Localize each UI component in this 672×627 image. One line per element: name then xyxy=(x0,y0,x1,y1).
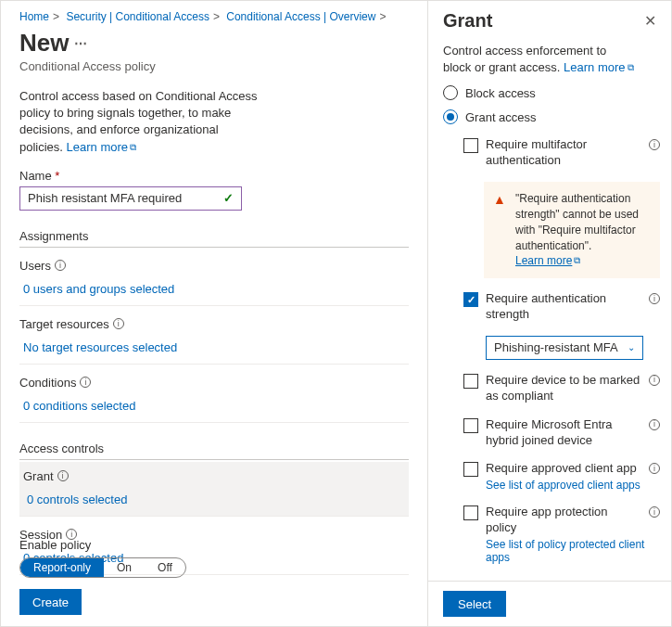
checkbox-require-app-protection[interactable]: Require app protection policy i xyxy=(463,505,660,536)
checkbox-require-auth-strength[interactable]: Require authentication strength i xyxy=(463,291,660,323)
select-button[interactable]: Select xyxy=(443,591,506,617)
targets-label: Target resources xyxy=(19,317,109,331)
checkbox-require-mfa[interactable]: Require multifactor authentication i xyxy=(463,137,660,169)
conditions-label: Conditions xyxy=(19,376,76,390)
info-icon[interactable]: i xyxy=(649,139,660,150)
info-icon[interactable]: i xyxy=(55,260,66,271)
grant-link[interactable]: 0 controls selected xyxy=(23,489,405,508)
external-link-icon: ⧉ xyxy=(574,254,580,267)
warning-message: ▲ "Require authentication strength" cann… xyxy=(484,182,660,278)
checkbox-require-approved-app[interactable]: Require approved client app i xyxy=(463,461,660,477)
checkbox-icon xyxy=(463,374,478,389)
enable-policy-toggle[interactable]: Report-only On Off xyxy=(19,557,186,578)
policy-name-input[interactable]: Phish resistant MFA required ✓ xyxy=(19,186,242,211)
checkbox-icon xyxy=(463,138,478,153)
checkbox-require-hybrid-joined[interactable]: Require Microsoft Entra hybrid joined de… xyxy=(463,417,660,449)
info-icon[interactable]: i xyxy=(80,377,91,388)
checkbox-require-compliant-device[interactable]: Require device to be marked as compliant… xyxy=(463,373,660,404)
crumb-overview[interactable]: Conditional Access | Overview xyxy=(226,10,375,23)
pill-report-only[interactable]: Report-only xyxy=(20,558,104,577)
warning-learn-more-link[interactable]: Learn more⧉ xyxy=(515,254,580,267)
external-link-icon: ⧉ xyxy=(130,141,136,154)
name-label: Name * xyxy=(19,169,409,183)
create-button[interactable]: Create xyxy=(19,589,82,615)
radio-icon xyxy=(443,109,458,124)
radio-grant-access[interactable]: Grant access xyxy=(443,109,660,124)
checkbox-icon xyxy=(463,292,478,307)
more-menu-icon[interactable]: ⋯ xyxy=(74,36,87,51)
info-icon[interactable]: i xyxy=(113,318,124,329)
enable-policy-label: Enable policy xyxy=(19,538,409,552)
info-icon[interactable]: i xyxy=(649,375,660,386)
crumb-home[interactable]: Home xyxy=(19,10,49,23)
approved-apps-link[interactable]: See list of approved client apps xyxy=(486,479,660,492)
section-access-controls: Access controls xyxy=(19,441,409,460)
validation-check-icon: ✓ xyxy=(223,191,234,205)
conditions-link[interactable]: 0 conditions selected xyxy=(19,395,409,423)
breadcrumb: Home> Security | Conditional Access> Con… xyxy=(19,10,409,23)
warning-icon: ▲ xyxy=(493,191,506,210)
panel-learn-more-link[interactable]: Learn more⧉ xyxy=(564,60,633,74)
checkbox-icon xyxy=(463,418,478,433)
radio-icon xyxy=(443,85,458,100)
panel-title: Grant xyxy=(443,10,492,32)
auth-strength-dropdown[interactable]: Phishing-resistant MFA ⌄ xyxy=(486,336,643,360)
info-icon[interactable]: i xyxy=(649,463,660,474)
info-icon[interactable]: i xyxy=(57,470,69,481)
info-icon[interactable]: i xyxy=(649,293,660,304)
users-link[interactable]: 0 users and groups selected xyxy=(19,278,409,306)
info-icon[interactable]: i xyxy=(649,419,660,430)
radio-block-access[interactable]: Block access xyxy=(443,85,660,100)
chevron-down-icon: ⌄ xyxy=(628,342,635,352)
policy-description: Control access based on Conditional Acce… xyxy=(19,88,260,156)
checkbox-icon xyxy=(463,505,478,520)
crumb-security[interactable]: Security | Conditional Access xyxy=(66,10,209,23)
learn-more-link[interactable]: Learn more⧉ xyxy=(67,140,136,154)
pill-off[interactable]: Off xyxy=(145,558,185,577)
section-assignments: Assignments xyxy=(19,229,409,248)
checkbox-icon xyxy=(463,462,478,477)
panel-description: Control access enforcement to block or g… xyxy=(443,43,638,76)
pill-on[interactable]: On xyxy=(104,558,145,577)
close-icon[interactable]: ✕ xyxy=(644,12,656,30)
page-subtitle: Conditional Access policy xyxy=(19,59,409,73)
users-label: Users xyxy=(19,259,51,273)
page-title: New ⋯ xyxy=(19,29,409,58)
targets-link[interactable]: No target resources selected xyxy=(19,337,409,365)
info-icon[interactable]: i xyxy=(649,506,660,518)
grant-label: Grant xyxy=(23,469,54,483)
external-link-icon: ⧉ xyxy=(628,61,634,74)
protection-apps-link[interactable]: See list of policy protected client apps xyxy=(486,538,660,564)
